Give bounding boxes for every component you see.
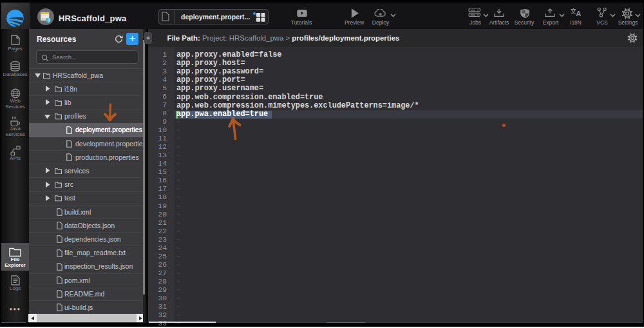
svg-text:A: A: [576, 10, 581, 17]
